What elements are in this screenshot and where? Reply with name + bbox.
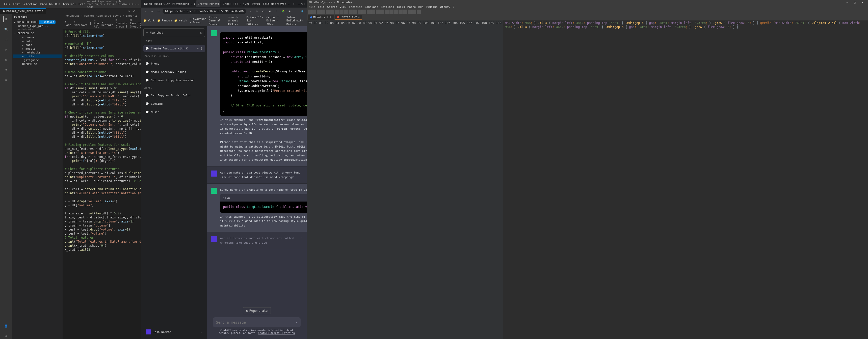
tool-open[interactable]	[312, 9, 316, 13]
tree-item[interactable]: ▸ data	[13, 39, 62, 43]
more-icon[interactable]: ⋯	[138, 3, 139, 5]
tool-cut[interactable]	[339, 9, 343, 13]
exec-group[interactable]: ▤ Execute Group 2	[130, 19, 141, 28]
open-editors-row[interactable]: ▸ OPEN EDITORS 1 unsaved	[13, 20, 62, 24]
sidebar-collapse-icon[interactable]: ◧	[200, 31, 202, 34]
bc-item[interactable]: imports	[126, 14, 137, 18]
debug-icon[interactable]: ▷	[3, 46, 9, 53]
conversation-item[interactable]: 💬Phone	[143, 60, 205, 67]
tool-macro-start[interactable]	[408, 9, 412, 13]
ext-icon[interactable]: S	[274, 9, 279, 13]
message-input[interactable]	[216, 320, 296, 325]
bookmark-folder[interactable]: 📁Random	[157, 15, 172, 26]
tool-copy[interactable]	[344, 9, 348, 13]
tool-redo[interactable]	[358, 9, 362, 13]
user-row[interactable]: Josh Norman ⋯	[143, 327, 205, 337]
code-cell[interactable]: # Forward fill df.ffill(inplace=True) # …	[63, 29, 141, 339]
bookmark[interactable]: Latest General API...	[209, 15, 226, 26]
send-icon[interactable]: ➤	[296, 321, 298, 324]
maximize-icon[interactable]: ▢	[301, 2, 303, 5]
test-icon[interactable]: ⚗	[3, 67, 9, 73]
section-header[interactable]: ▾ FREELEN_CC	[13, 31, 62, 36]
maximize-icon[interactable]: ▢	[851, 1, 859, 4]
forward-icon[interactable]: →	[149, 9, 154, 13]
editor-tab[interactable]: ● market_type_pred.ipynb	[0, 8, 46, 13]
menu-run[interactable]: Run	[55, 2, 60, 6]
source-control-icon[interactable]: ⎇	[3, 36, 9, 42]
menu-selection[interactable]: Selection	[23, 2, 38, 6]
tool-indent[interactable]	[394, 9, 398, 13]
menu-macro[interactable]: Macro	[407, 5, 416, 8]
bookmark[interactable]: search anyweb pag...	[228, 15, 244, 26]
bookmark[interactable]: Playground - Open...	[190, 15, 206, 26]
back-icon[interactable]: ←	[143, 9, 148, 13]
layout-icon[interactable]: ⊞	[132, 3, 133, 5]
new-chat-button[interactable]: + New chat ◧	[143, 28, 205, 37]
tool-saveall[interactable]	[321, 9, 326, 13]
menu-help[interactable]: ?	[453, 5, 454, 8]
bookmark-folder[interactable]: 📁Work	[143, 15, 155, 26]
menu-terminal[interactable]: Terminal	[63, 2, 76, 6]
bing-icon[interactable]: ⓑ	[300, 9, 305, 13]
file-tab[interactable]: MLNotes.txt	[308, 14, 334, 20]
menu-help[interactable]: Help	[79, 2, 85, 6]
conversation-item[interactable]: 💬Set Jupyter Border Color	[143, 92, 205, 99]
menu-encoding[interactable]: Encoding	[349, 5, 362, 8]
menu-tools[interactable]: Tools	[397, 5, 405, 8]
delete-icon[interactable]: 🗑	[200, 47, 203, 50]
minimize-icon[interactable]: —	[298, 2, 300, 5]
search-icon[interactable]: 🔍	[3, 26, 9, 32]
menu-file[interactable]: File	[309, 5, 315, 8]
account-icon[interactable]: 👤	[3, 323, 9, 329]
new-tab-button[interactable]: +	[291, 1, 297, 6]
menu-view[interactable]: View	[40, 2, 47, 6]
tool-macro-play[interactable]	[417, 9, 421, 13]
layout-icon[interactable]: ◧	[129, 3, 130, 5]
menu-file[interactable]: File	[4, 2, 11, 6]
minimize-icon[interactable]: —	[844, 1, 851, 4]
git-icon[interactable]: ⎇	[132, 9, 135, 12]
close-icon[interactable]: ×	[358, 15, 360, 19]
ext-icon[interactable]: ◐	[261, 9, 266, 13]
star-icon[interactable]: ☆	[248, 9, 253, 13]
tool-wrap[interactable]	[385, 9, 389, 13]
version-link[interactable]: ChatGPT August 3 Version	[258, 332, 295, 335]
menu-plugins[interactable]: Plugins	[426, 5, 437, 8]
restart[interactable]: ↻ Restart	[101, 20, 113, 27]
conversation-item[interactable]: 💬Model Accuracy Issues	[143, 68, 205, 76]
ext-icon[interactable]: 🧩	[280, 9, 285, 13]
bookmark[interactable]: Centauri Drive - Yo...	[267, 15, 284, 26]
bc-item[interactable]: notebooks	[65, 14, 80, 18]
menu-search[interactable]: Search	[327, 5, 337, 8]
tree-item[interactable]: ▸ notebooks	[13, 51, 62, 55]
menu-run[interactable]: Run	[418, 5, 423, 8]
tool-replace[interactable]	[367, 9, 371, 13]
menu-go[interactable]: Go	[49, 2, 53, 6]
more-icon[interactable]: ⋯	[137, 9, 139, 12]
tool-unfold[interactable]	[403, 9, 407, 13]
conversation-item[interactable]: 💬 Create Function with C ✎ 🗑	[143, 45, 205, 52]
scroll-down-icon[interactable]: ⬇	[301, 236, 303, 245]
conversation-item[interactable]: 💬Set venv to python version	[143, 77, 205, 84]
menu-edit[interactable]: Edit	[318, 5, 325, 8]
edit-icon[interactable]: ✎	[197, 47, 199, 50]
bookmark-folder[interactable]: 📁watch	[174, 15, 187, 26]
menu-language[interactable]: Language	[365, 5, 378, 8]
tool-find[interactable]	[362, 9, 366, 13]
menu-window[interactable]: Window	[440, 5, 450, 8]
address-input[interactable]	[162, 8, 246, 14]
open-editor-item[interactable]: market_type_pre... notebooks	[13, 24, 62, 31]
tool-zoom-in[interactable]	[371, 9, 375, 13]
tree-item[interactable]: ▸ data	[13, 43, 62, 47]
menu-icon[interactable]: ⋮	[293, 9, 299, 13]
ext-icon[interactable]: ▣	[267, 9, 272, 13]
more-icon[interactable]: ⋯	[200, 331, 203, 334]
close-icon[interactable]: ✕	[303, 2, 305, 5]
menu-settings[interactable]: Settings	[381, 5, 394, 8]
file-tab-active[interactable]: *Notes.txt×	[335, 14, 362, 20]
extensions-icon[interactable]: ⊞	[3, 57, 9, 63]
tree-item[interactable]: README.md	[13, 62, 62, 66]
conversation-item[interactable]: 💬Cooking	[143, 100, 205, 107]
tool-print[interactable]	[335, 9, 339, 13]
css-content[interactable]: max-width: 98%; } .ml-4 { margin-left: 4…	[503, 21, 868, 339]
